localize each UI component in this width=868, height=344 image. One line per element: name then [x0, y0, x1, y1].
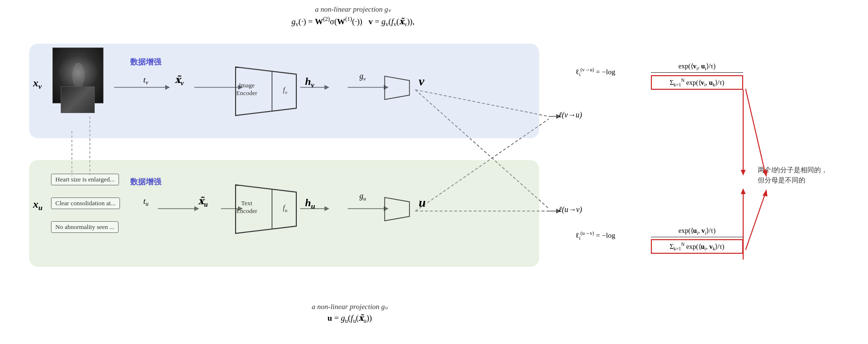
loss-utv-formula-left: ℓi(u→v) = −log: [576, 230, 615, 241]
svg-text:Image: Image: [239, 82, 255, 89]
ell-utv-label: ℓ(u→v): [559, 205, 582, 214]
svg-marker-45: [385, 197, 409, 221]
report-box-3: No abnormality seen ...: [51, 221, 119, 233]
v-bold-label: v: [419, 74, 425, 89]
svg-text:fu: fu: [283, 204, 288, 213]
report-box-1: Heart size is enlarged...: [51, 174, 119, 185]
svg-marker-39: [385, 76, 409, 99]
xray-sub-image: [61, 86, 95, 113]
proj-shape-top: [384, 74, 410, 104]
loss-vtu-numerator: exp(⟨vi, ui⟩/τ): [651, 62, 743, 73]
image-encoder-container: Image Encoder fv: [233, 62, 299, 120]
bottom-formula-label: a non-linear projection gᵤ: [253, 302, 447, 311]
text-encoder-container: Text Encoder fu: [233, 180, 299, 238]
xtildev-label: x̃v: [175, 74, 184, 87]
augment-label-top: 数据增强: [130, 57, 161, 67]
loss-vtu-formula-left: ℓi(v→u) = −log: [576, 67, 615, 77]
svg-line-48: [746, 194, 765, 250]
main-container: a non-linear projection gᵥ gv(·) = W(2)σ…: [0, 0, 868, 344]
svg-text:fv: fv: [283, 86, 287, 95]
gv-arrow-label: gv: [359, 72, 366, 82]
tv-label: tv: [143, 75, 148, 86]
loss-vtu-denominator-box: Σk=1N exp(⟨vi, uk⟩/τ): [651, 75, 743, 90]
tu-label: tu: [143, 197, 149, 208]
bottom-formula-eq: u = gu(fu(x̃u)): [253, 313, 447, 325]
svg-text:Encoder: Encoder: [236, 207, 257, 214]
note-text: 两个l的分子是相同的， 但分母是不同的: [758, 165, 828, 185]
svg-text:Text: Text: [241, 199, 253, 207]
svg-marker-49: [763, 189, 767, 197]
loss-utv-numerator: exp(⟨ui, vi⟩/τ): [651, 227, 743, 237]
hv-label: hv: [305, 75, 314, 89]
xtildeu-label: x̃u: [198, 195, 208, 209]
ell-vtu-label: ℓ(v→u): [559, 111, 582, 119]
augment-label-bottom: 数据增强: [130, 177, 161, 187]
top-formula-eq: gv(·) = W(2)σ(W(1)(·)) v = gv(fv(x̃v)),: [291, 16, 414, 28]
loss-utv-denominator-box: Σk=1N exp(⟨ui, vk⟩/τ): [651, 239, 743, 254]
hu-label: hu: [305, 197, 315, 211]
svg-line-46: [746, 89, 765, 172]
bottom-formula-section: a non-linear projection gᵤ u = gu(fu(x̃u…: [253, 302, 447, 325]
gu-arrow-label: gu: [359, 192, 366, 201]
xu-label: xu: [33, 198, 43, 212]
svg-text:Encoder: Encoder: [236, 89, 257, 97]
proj-shape-bottom: [384, 195, 410, 225]
xv-label: xv: [33, 77, 42, 91]
top-formula-section: a non-linear projection gᵥ gv(·) = W(2)σ…: [291, 5, 414, 28]
u-bold-label: u: [419, 196, 425, 210]
top-formula-label: a non-linear projection gᵥ: [291, 5, 414, 14]
report-box-2: Clear consolidation at...: [51, 197, 120, 209]
